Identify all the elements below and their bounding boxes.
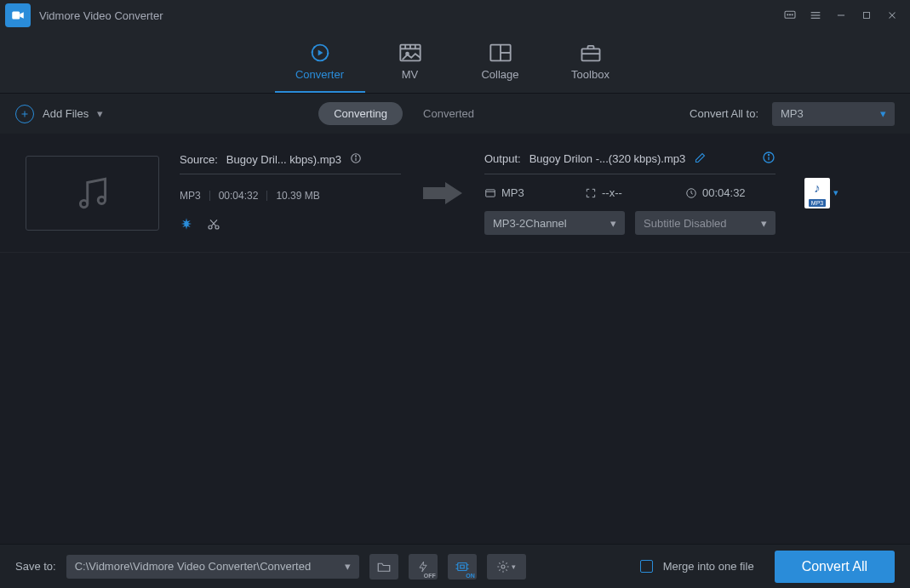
- flash-convert-button[interactable]: OFF: [409, 554, 438, 579]
- nav-label: MV: [402, 68, 419, 81]
- chevron-down-icon: ▾: [761, 217, 767, 230]
- merge-label: Merge into one file: [663, 560, 754, 573]
- output-format: MP3: [501, 186, 524, 199]
- mv-icon: [398, 43, 422, 63]
- svg-point-37: [768, 154, 769, 155]
- chevron-down-icon: ▾: [610, 217, 616, 230]
- chevron-down-icon: ▾: [512, 562, 516, 571]
- arrow-icon: [421, 180, 464, 206]
- edit-icon[interactable]: [694, 151, 707, 167]
- bottom-bar: Save to: C:\Vidmore\Vidmore Video Conver…: [0, 544, 910, 588]
- nav-toolbox[interactable]: Toolbox: [546, 31, 636, 93]
- minimize-button[interactable]: [828, 3, 854, 28]
- sub-toolbar: Add Files ▾ Converting Converted Convert…: [0, 94, 910, 134]
- chevron-down-icon: ▾: [880, 107, 886, 120]
- dropdown-value: MP3: [781, 107, 804, 120]
- svg-line-33: [211, 220, 217, 225]
- main-nav: Converter MV Collage Toolbox: [0, 31, 910, 94]
- collage-icon: [489, 43, 512, 63]
- svg-point-47: [501, 565, 505, 568]
- svg-rect-22: [581, 49, 599, 60]
- file-thumbnail[interactable]: [26, 156, 159, 231]
- converter-icon: [308, 43, 332, 63]
- file-item[interactable]: Source: Bugoy Dril... kbps).mp3 MP3 00:0…: [0, 134, 910, 253]
- resolution-icon: [585, 187, 597, 199]
- flash-state-label: OFF: [424, 573, 436, 579]
- output-format-selector[interactable]: MP3 ▾: [796, 178, 847, 208]
- svg-point-30: [355, 156, 356, 157]
- menu-icon[interactable]: [803, 3, 828, 28]
- chevron-down-icon: ▾: [833, 187, 838, 198]
- nav-converter[interactable]: Converter: [275, 31, 365, 93]
- video-icon: [484, 187, 496, 199]
- svg-point-27: [98, 197, 105, 203]
- source-prefix: Source:: [180, 153, 218, 166]
- source-filename: Bugoy Dril... kbps).mp3: [226, 153, 341, 166]
- info-icon[interactable]: [350, 152, 362, 167]
- tab-converting[interactable]: Converting: [318, 102, 403, 125]
- dropdown-value: Subtitle Disabled: [644, 217, 727, 230]
- output-column: Output: Bugoy Drilon -...(320 kbps).mp3 …: [484, 151, 776, 235]
- source-size: 10.39 MB: [276, 190, 319, 202]
- svg-rect-38: [486, 189, 495, 196]
- app-title: Vidmore Video Converter: [39, 9, 163, 22]
- svg-point-4: [792, 14, 793, 15]
- gpu-state-label: ON: [466, 573, 475, 579]
- svg-rect-0: [12, 12, 20, 20]
- format-badge: MP3: [809, 199, 826, 207]
- svg-line-34: [210, 220, 216, 225]
- cut-icon[interactable]: [207, 217, 220, 233]
- output-filename: Bugoy Drilon -...(320 kbps).mp3: [529, 152, 686, 165]
- output-prefix: Output:: [484, 152, 521, 165]
- maximize-button[interactable]: [854, 3, 879, 28]
- nav-label: Converter: [295, 68, 344, 81]
- source-duration: 00:04:32: [219, 190, 259, 202]
- source-format: MP3: [180, 190, 201, 202]
- merge-checkbox[interactable]: [640, 560, 653, 573]
- svg-point-26: [80, 200, 87, 207]
- convert-all-to-label: Convert All to:: [690, 107, 758, 120]
- save-path-value: C:\Vidmore\Vidmore Video Converter\Conve…: [75, 560, 311, 573]
- gpu-accel-button[interactable]: ON: [448, 554, 477, 579]
- svg-point-3: [789, 14, 790, 15]
- output-duration: 00:04:32: [702, 186, 746, 199]
- convert-all-button[interactable]: Convert All: [775, 551, 895, 583]
- source-column: Source: Bugoy Dril... kbps).mp3 MP3 00:0…: [180, 152, 401, 233]
- svg-rect-42: [460, 565, 464, 568]
- app-logo: [5, 3, 31, 27]
- output-resolution: --x--: [602, 186, 622, 199]
- titlebar: Vidmore Video Converter: [0, 0, 910, 31]
- open-folder-button[interactable]: [369, 554, 398, 579]
- output-info-icon[interactable]: [762, 151, 776, 167]
- save-to-label: Save to:: [15, 560, 56, 573]
- svg-rect-41: [457, 562, 466, 570]
- audio-track-dropdown[interactable]: MP3-2Channel ▾: [484, 211, 625, 235]
- convert-all-label: Convert All: [802, 559, 867, 574]
- add-files-button[interactable]: Add Files ▾: [15, 105, 103, 123]
- file-list: Source: Bugoy Dril... kbps).mp3 MP3 00:0…: [0, 134, 910, 253]
- effects-icon[interactable]: [180, 217, 193, 233]
- add-files-label: Add Files: [43, 107, 89, 120]
- feedback-icon[interactable]: [777, 3, 803, 28]
- format-file-icon: MP3: [804, 178, 830, 208]
- plus-icon: [15, 105, 34, 123]
- subtitle-dropdown[interactable]: Subtitle Disabled ▾: [635, 211, 776, 235]
- save-path-dropdown[interactable]: C:\Vidmore\Vidmore Video Converter\Conve…: [66, 555, 359, 579]
- svg-rect-9: [864, 13, 870, 19]
- nav-mv[interactable]: MV: [365, 31, 455, 93]
- tab-converted[interactable]: Converted: [423, 107, 474, 120]
- toolbox-icon: [579, 43, 603, 63]
- clock-icon: [685, 187, 697, 199]
- settings-button[interactable]: ▾: [487, 554, 526, 579]
- nav-collage[interactable]: Collage: [455, 31, 546, 93]
- chevron-down-icon: ▾: [345, 560, 351, 573]
- close-button[interactable]: [879, 3, 905, 28]
- chevron-down-icon[interactable]: ▾: [97, 107, 103, 120]
- nav-label: Toolbox: [571, 68, 610, 81]
- nav-label: Collage: [481, 68, 518, 81]
- svg-point-2: [787, 14, 788, 15]
- convert-all-to-dropdown[interactable]: MP3 ▾: [772, 102, 895, 126]
- music-icon: [72, 172, 114, 214]
- dropdown-value: MP3-2Channel: [493, 217, 567, 230]
